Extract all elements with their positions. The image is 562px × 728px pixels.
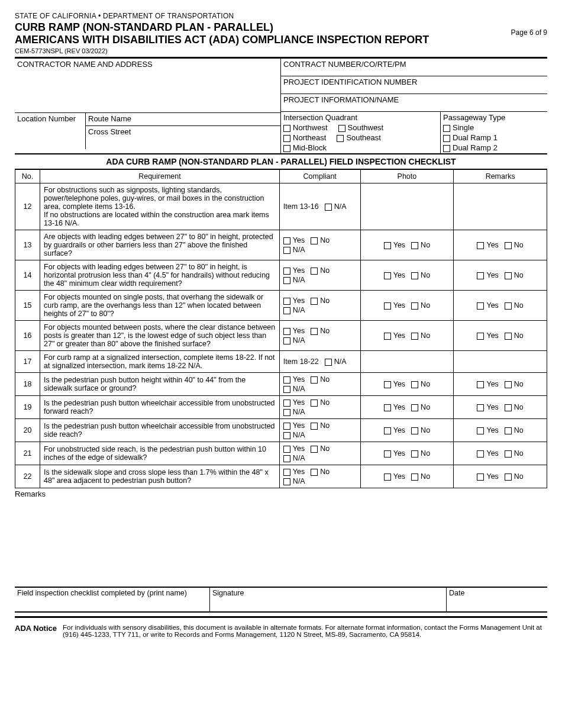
checkbox-photo-yes[interactable]: Yes (384, 449, 405, 458)
checkbox-remarks-yes[interactable]: Yes (477, 472, 498, 481)
signature-cell[interactable]: Signature (210, 588, 447, 611)
checkbox-yes[interactable]: Yes (283, 236, 305, 244)
location-number-cell[interactable]: Location Number (15, 113, 86, 149)
checkbox-yes[interactable]: Yes (283, 468, 305, 476)
checkbox-dual-ramp-2[interactable]: Dual Ramp 2 (443, 143, 545, 152)
checkbox-remarks-yes[interactable]: Yes (477, 331, 498, 340)
date-cell[interactable]: Date (447, 588, 547, 611)
contract-number-cell[interactable]: CONTRACT NUMBER/CO/RTE/PM (281, 59, 547, 76)
checkbox-photo-no[interactable]: No (411, 380, 430, 388)
checkbox-southwest[interactable]: Southwest (338, 123, 384, 132)
route-cell[interactable]: Route Name (86, 113, 280, 126)
table-row: 13Are objects with leading edges between… (15, 230, 547, 260)
checkbox-photo-no[interactable]: No (411, 403, 430, 411)
checkbox-southeast[interactable]: Southeast (337, 133, 381, 142)
checkbox-no[interactable]: No (311, 297, 330, 305)
checkbox-midblock[interactable]: Mid-Block (283, 143, 327, 152)
requirement-text: For objects with leading edges between 2… (40, 260, 280, 291)
checkbox-photo-yes[interactable]: Yes (384, 331, 405, 340)
checkbox-remarks-no[interactable]: No (505, 301, 524, 310)
checkbox-yes[interactable]: Yes (283, 327, 305, 335)
checkbox-na[interactable]: N/A (283, 276, 305, 284)
project-id-cell[interactable]: PROJECT IDENTIFICATION NUMBER (281, 76, 547, 94)
checkbox-photo-no[interactable]: No (411, 449, 430, 458)
requirement-text: For objects mounted on single posts, tha… (40, 291, 280, 321)
checkbox-na[interactable]: N/A (283, 306, 305, 314)
checkbox-photo-yes[interactable]: Yes (384, 301, 405, 310)
checkbox-yes[interactable]: Yes (283, 266, 305, 275)
checkbox-remarks-no[interactable]: No (505, 403, 524, 411)
checkbox-yes[interactable]: Yes (283, 444, 305, 453)
compliant-cell: Yes No N/A (279, 465, 360, 488)
checkbox-yes[interactable]: Yes (283, 398, 305, 407)
remarks-area[interactable] (15, 498, 547, 587)
col-compliant: Compliant (279, 170, 360, 183)
checkbox-na[interactable]: N/A (283, 246, 305, 254)
photo-cell (360, 351, 454, 373)
project-info-cell[interactable]: PROJECT INFORMATION/NAME (281, 94, 547, 112)
checkbox-no[interactable]: No (311, 421, 330, 430)
checkbox-na[interactable]: N/A (325, 202, 347, 211)
checkbox-photo-yes[interactable]: Yes (384, 271, 405, 279)
checkbox-photo-no[interactable]: No (411, 241, 430, 249)
checkbox-remarks-yes[interactable]: Yes (477, 241, 498, 249)
checkbox-photo-yes[interactable]: Yes (384, 403, 405, 411)
checkbox-remarks-no[interactable]: No (505, 472, 524, 481)
checkbox-remarks-yes[interactable]: Yes (477, 426, 498, 434)
checkbox-yes[interactable]: Yes (283, 421, 305, 430)
checkbox-remarks-yes[interactable]: Yes (477, 380, 498, 388)
checkbox-no[interactable]: No (311, 327, 330, 335)
checkbox-photo-no[interactable]: No (411, 472, 430, 481)
checkbox-remarks-no[interactable]: No (505, 241, 524, 249)
checkbox-remarks-yes[interactable]: Yes (477, 403, 498, 411)
table-row: 14For objects with leading edges between… (15, 260, 547, 291)
page-header: STATE OF CALIFORNIA • DEPARTMENT OF TRAN… (15, 12, 547, 46)
checkbox-photo-yes[interactable]: Yes (384, 241, 405, 249)
remarks-cell: Yes No (454, 419, 547, 442)
remarks-cell: Yes No (454, 396, 547, 419)
checkbox-na[interactable]: N/A (325, 357, 347, 366)
contractor-cell[interactable]: CONTRACTOR NAME AND ADDRESS (15, 59, 280, 113)
remarks-cell: Yes No (454, 465, 547, 488)
checkbox-photo-yes[interactable]: Yes (384, 472, 405, 481)
checkbox-remarks-yes[interactable]: Yes (477, 271, 498, 279)
checkbox-no[interactable]: No (311, 375, 330, 384)
checkbox-photo-yes[interactable]: Yes (384, 380, 405, 388)
checkbox-na[interactable]: N/A (283, 385, 305, 393)
checkbox-photo-no[interactable]: No (411, 271, 430, 279)
checkbox-na[interactable]: N/A (283, 454, 305, 462)
checkbox-na[interactable]: N/A (283, 408, 305, 416)
checkbox-na[interactable]: N/A (283, 336, 305, 344)
checkbox-na[interactable]: N/A (283, 477, 305, 485)
checkbox-yes[interactable]: Yes (283, 297, 305, 305)
checkbox-remarks-no[interactable]: No (505, 449, 524, 458)
checkbox-photo-yes[interactable]: Yes (384, 426, 405, 434)
checkbox-yes[interactable]: Yes (283, 375, 305, 384)
checkbox-remarks-yes[interactable]: Yes (477, 449, 498, 458)
checkbox-photo-no[interactable]: No (411, 301, 430, 310)
checkbox-no[interactable]: No (311, 398, 330, 407)
checkbox-no[interactable]: No (311, 468, 330, 476)
checkbox-no[interactable]: No (311, 444, 330, 453)
table-row: 15For objects mounted on single posts, t… (15, 291, 547, 321)
photo-cell: Yes No (360, 291, 454, 321)
checkbox-remarks-no[interactable]: No (505, 380, 524, 388)
checkbox-northeast[interactable]: Northeast (283, 133, 326, 142)
checkbox-dual-ramp-1[interactable]: Dual Ramp 1 (443, 133, 545, 142)
checkbox-northwest[interactable]: Northwest (283, 123, 328, 132)
checkbox-remarks-yes[interactable]: Yes (477, 301, 498, 310)
checkbox-remarks-no[interactable]: No (505, 426, 524, 434)
checkbox-photo-no[interactable]: No (411, 426, 430, 434)
checkbox-no[interactable]: No (311, 266, 330, 275)
checkbox-na[interactable]: N/A (283, 431, 305, 439)
completed-by-cell[interactable]: Field inspection checklist completed by … (15, 588, 210, 611)
cross-street-cell[interactable]: Cross Street (86, 126, 280, 147)
checkbox-remarks-no[interactable]: No (505, 271, 524, 279)
checkbox-remarks-no[interactable]: No (505, 331, 524, 340)
checkbox-no[interactable]: No (311, 236, 330, 244)
checkbox-photo-no[interactable]: No (411, 331, 430, 340)
checkbox-single[interactable]: Single (443, 123, 545, 132)
divider-bottom (15, 616, 547, 618)
photo-cell: Yes No (360, 442, 454, 465)
item-range-label: Item 18-22 (283, 357, 319, 366)
